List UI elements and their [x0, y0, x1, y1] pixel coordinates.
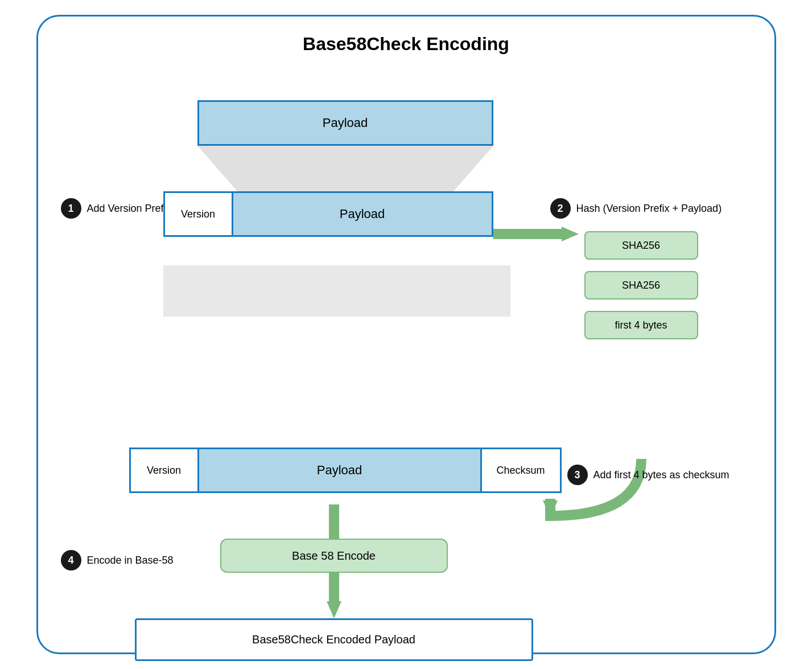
step2-circle: 2	[550, 198, 571, 219]
svg-marker-1	[163, 265, 510, 317]
payload-cell-2: Payload	[199, 449, 480, 491]
svg-marker-8	[327, 601, 341, 618]
diagram-title: Base58Check Encoding	[61, 34, 752, 55]
sha256-box-2: SHA256	[584, 271, 698, 299]
svg-marker-0	[197, 146, 493, 191]
sha256-box-1: SHA256	[584, 231, 698, 260]
step3-circle: 3	[567, 465, 588, 485]
payload-cell-1: Payload	[233, 193, 492, 235]
diagram-container: Base58Check Encoding Payload	[36, 15, 776, 654]
checksum-cell: Checksum	[480, 449, 560, 491]
first4bytes-box: first 4 bytes	[584, 311, 698, 339]
step3-label: 3 Add first 4 bytes as checksum	[567, 465, 729, 485]
final-encoded-box: Base58Check Encoded Payload	[135, 618, 533, 661]
diagram-body: Payload 1 Add Version Prefix Version Pay…	[61, 72, 755, 630]
vpc-row: Version Payload Checksum	[129, 448, 562, 493]
base58-encode-box: Base 58 Encode	[220, 539, 448, 573]
step1-label: 1 Add Version Prefix	[61, 198, 171, 219]
version-cell-2: Version	[131, 449, 199, 491]
version-payload-row: Version Payload	[163, 191, 493, 237]
payload-top-box: Payload	[197, 100, 493, 146]
step2-label: 2 Hash (Version Prefix + Payload)	[550, 198, 722, 219]
step4-circle: 4	[61, 550, 81, 571]
svg-marker-3	[562, 227, 579, 241]
step4-label: 4 Encode in Base-58	[61, 550, 174, 571]
version-cell-1: Version	[165, 193, 233, 235]
step1-circle: 1	[61, 198, 81, 219]
svg-marker-4	[543, 500, 558, 518]
